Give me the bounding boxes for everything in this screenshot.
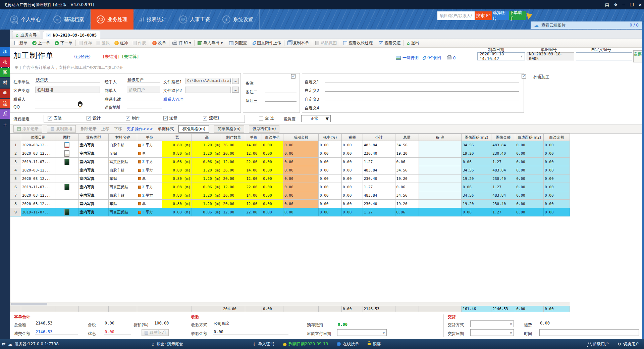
table-cell[interactable]: 36.00 xyxy=(222,191,245,200)
table-cell[interactable]: 0.00 xyxy=(515,141,544,149)
table-cell[interactable]: 19.20 xyxy=(395,200,419,208)
table-cell[interactable]: 室内写真 xyxy=(79,183,109,191)
table-cell[interactable]: 0.00 xyxy=(342,141,363,149)
table-cell[interactable]: 室内写真 xyxy=(79,158,109,166)
delete-record-button[interactable]: 删除记录 xyxy=(80,126,97,132)
column-header[interactable]: 图样 xyxy=(55,134,79,141)
more-actions-link[interactable]: 更多操作>>> xyxy=(127,126,153,132)
table-cell[interactable]: 0.80 (m) xyxy=(162,174,192,183)
order-helper-button[interactable]: 下单助手 xyxy=(509,11,526,20)
paste-screenshot-button[interactable]: 粘贴截图 xyxy=(313,39,339,47)
lock-screen-button[interactable]: 锁屏 xyxy=(368,341,381,347)
print-count-link[interactable]: 0 xyxy=(447,56,456,60)
rail-tab-materials[interactable]: 材 xyxy=(0,78,10,88)
table-cell[interactable]: 0.00 xyxy=(544,149,570,158)
table-cell[interactable]: 1.27 xyxy=(363,208,395,216)
phone-field[interactable] xyxy=(127,95,160,100)
table-cell[interactable]: 0.00 xyxy=(342,183,363,191)
table-cell[interactable]: 1.27 xyxy=(491,208,515,216)
table-cell[interactable]: 0.06 xyxy=(462,208,491,216)
table-cell[interactable]: 0.00 xyxy=(319,174,342,183)
rail-tab-accounts[interactable]: 账 xyxy=(0,68,10,77)
custom3-field[interactable] xyxy=(325,95,519,100)
view-voucher-button[interactable]: ✓查看凭证 xyxy=(377,39,403,47)
select-all-checkbox[interactable]: 全 选 xyxy=(259,115,274,121)
search-input[interactable] xyxy=(437,11,475,20)
minimize-icon[interactable]: ─ xyxy=(623,2,625,7)
round-off-button[interactable]: 取整[F7] xyxy=(142,329,169,336)
table-cell[interactable]: 34.56 xyxy=(395,166,419,174)
table-cell[interactable]: 22.00 xyxy=(245,208,262,216)
table-cell[interactable]: 0.00 xyxy=(544,174,570,183)
qq-field[interactable] xyxy=(35,103,82,108)
table-cell[interactable] xyxy=(55,208,79,216)
style-lettering-button[interactable]: 做字专用(m) xyxy=(249,125,279,133)
tab-business-wizard[interactable]: ⌂ 业务向导 xyxy=(12,31,40,39)
style-simple-button[interactable]: 简单风格(m) xyxy=(214,125,244,133)
table-cell[interactable]: 20.00 xyxy=(222,149,245,158)
table-cell[interactable]: 车贴 xyxy=(109,174,137,183)
table-cell[interactable]: 483.84 xyxy=(491,141,515,149)
table-cell[interactable]: 22.00 xyxy=(245,158,262,166)
table-cell[interactable]: 1.20 (m) xyxy=(192,174,222,183)
table-cell[interactable]: 0.00 xyxy=(283,183,319,191)
table-cell[interactable]: 0.00 xyxy=(544,200,570,208)
path1-browse-button[interactable]: … xyxy=(232,78,239,84)
table-cell[interactable]: 0.00 xyxy=(342,200,363,208)
table-cell[interactable]: 0.00 xyxy=(342,166,363,174)
skin-icon[interactable]: ❖ xyxy=(614,2,618,7)
table-cell[interactable]: 0.06 xyxy=(462,183,491,191)
table-cell[interactable]: 20.00 xyxy=(222,200,245,208)
table-cell[interactable]: 0.08 (m) xyxy=(162,158,192,166)
table-cell[interactable]: 483.84 xyxy=(363,166,395,174)
table-cell[interactable]: 0.06 xyxy=(395,183,419,191)
table-cell[interactable]: 0.00 xyxy=(283,208,319,216)
table-cell[interactable]: 0.00 xyxy=(342,208,363,216)
table-cell[interactable]: 12.00 xyxy=(245,149,262,158)
table-cell[interactable]: 0.00 xyxy=(515,200,544,208)
column-header[interactable]: 制作数量 xyxy=(222,134,245,141)
table-cell[interactable]: 0.06 xyxy=(395,208,419,216)
table-cell[interactable] xyxy=(55,158,79,166)
table-cell[interactable]: 19.20 xyxy=(462,200,491,208)
table-cell[interactable]: 5 xyxy=(10,174,21,183)
table-row[interactable]: 52020-03-12...室内写真车贴单0.80 (m)1.20 (m)20.… xyxy=(10,174,570,183)
table-cell[interactable]: 230.40 xyxy=(491,200,515,208)
table-cell[interactable]: 22.00 xyxy=(245,183,262,191)
table-cell[interactable]: 0.80 (m) xyxy=(162,141,192,149)
table-cell[interactable]: 车贴 xyxy=(109,149,137,158)
coupon-value[interactable]: 0.00 xyxy=(104,330,131,335)
table-cell[interactable]: 34.56 xyxy=(395,141,419,149)
table-cell[interactable]: 0.00 xyxy=(319,158,342,166)
table-cell[interactable]: 34.56 xyxy=(462,191,491,200)
table-cell[interactable]: 0.80 (m) xyxy=(162,166,192,174)
table-cell[interactable]: 0.00 xyxy=(319,191,342,200)
scrollbar-thumb[interactable] xyxy=(11,303,47,305)
table-cell[interactable] xyxy=(55,149,79,158)
table-cell[interactable]: 室内写真 xyxy=(79,200,109,208)
save-button[interactable]: 保存 xyxy=(76,39,94,47)
table-cell[interactable]: 4 xyxy=(10,166,21,174)
column-header[interactable]: 高 xyxy=(192,134,222,141)
table-cell[interactable]: 0.00 xyxy=(262,158,283,166)
move-down-button[interactable]: 下移 xyxy=(114,126,122,132)
thumbnail-image[interactable] xyxy=(64,184,69,190)
clipboard-icon[interactable]: ▤ xyxy=(605,2,609,7)
rail-tab-add[interactable]: ＋ xyxy=(0,120,10,129)
table-cell[interactable]: 230.40 xyxy=(363,174,395,183)
table-cell[interactable]: Σ平方 xyxy=(137,191,162,200)
table-cell[interactable]: 483.84 xyxy=(491,191,515,200)
pick-image-button[interactable]: 选择图片 xyxy=(492,11,509,20)
thumbnail-image[interactable] xyxy=(64,159,69,165)
checkbox[interactable] xyxy=(163,116,168,120)
table-cell[interactable] xyxy=(55,141,79,149)
table-cell[interactable]: 室内写真 xyxy=(79,208,109,216)
table-cell[interactable]: 0.00 xyxy=(319,149,342,158)
table-cell[interactable]: 白胶车贴 xyxy=(109,141,137,149)
table-cell[interactable]: 1.27 xyxy=(363,183,395,191)
table-cell[interactable] xyxy=(55,200,79,208)
flow-step-flow1[interactable]: 流程1 xyxy=(203,115,220,121)
red-flush-button[interactable]: ✓红冲 xyxy=(112,39,130,47)
table-cell[interactable]: 12.00 xyxy=(245,174,262,183)
deliver-method-dropdown[interactable]: ∨ xyxy=(470,320,514,327)
